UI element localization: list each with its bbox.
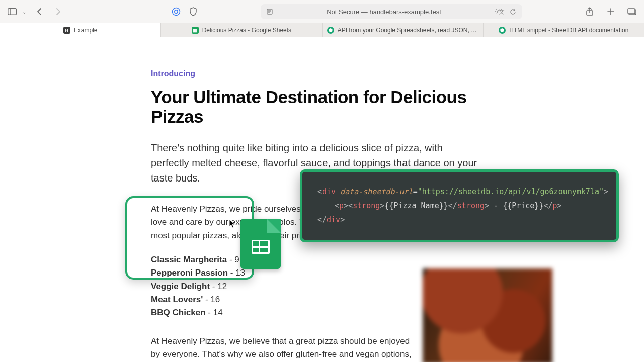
favicon-icon: ⬢ bbox=[327, 27, 334, 34]
privacy-report-icon[interactable] bbox=[170, 6, 182, 18]
pizza-image bbox=[423, 268, 552, 362]
address-text: Not Secure — handlebars-example.test bbox=[278, 8, 490, 16]
code-line: <div data-sheetdb-url="https://sheetdb.i… bbox=[317, 185, 601, 199]
code-line: <p><strong>{{Pizza Name}}</strong> - {{P… bbox=[317, 199, 601, 213]
google-sheets-icon bbox=[240, 219, 281, 269]
share-icon[interactable] bbox=[584, 6, 596, 18]
tab-docs[interactable]: ⬢ HTML snippet - SheetDB API documentati… bbox=[484, 23, 644, 37]
page-viewport[interactable]: Introducing Your Ultimate Destination fo… bbox=[0, 37, 644, 362]
svg-rect-12 bbox=[628, 9, 635, 14]
translate-icon[interactable]: ᴬ⁄文 bbox=[495, 8, 505, 16]
tab-bar: H Example ▦ Delicious Pizzas - Google Sh… bbox=[0, 23, 644, 37]
reload-icon[interactable] bbox=[510, 9, 516, 15]
tab-label: API from your Google Spreadsheets, read … bbox=[338, 27, 478, 34]
sheets-favicon-icon: ▦ bbox=[192, 27, 199, 34]
tab-label: Example bbox=[74, 27, 98, 34]
sidebar-toggle-icon[interactable] bbox=[6, 6, 18, 18]
page-title: Your Ultimate Destination for Delicious … bbox=[151, 87, 503, 126]
svg-point-3 bbox=[175, 10, 178, 13]
tab-label: Delicious Pizzas - Google Sheets bbox=[202, 27, 291, 34]
eyebrow: Introducing bbox=[151, 69, 503, 78]
highlight-box bbox=[125, 196, 254, 280]
back-button[interactable] bbox=[33, 6, 45, 18]
paragraph: At Heavenly Pizzas, we believe that a gr… bbox=[151, 335, 418, 362]
tab-label: HTML snippet - SheetDB API documentation bbox=[509, 27, 628, 34]
favicon-icon: H bbox=[63, 27, 70, 34]
chevron-down-icon[interactable]: ⌄ bbox=[22, 9, 26, 15]
browser-toolbar: ⌄ Not Secure — handlebars-example.test ᴬ… bbox=[0, 0, 644, 23]
tab-example[interactable]: H Example bbox=[0, 23, 161, 37]
tab-sheets[interactable]: ▦ Delicious Pizzas - Google Sheets bbox=[161, 23, 322, 37]
code-line: </div> bbox=[317, 213, 601, 227]
new-tab-icon[interactable] bbox=[605, 6, 617, 18]
shield-icon[interactable] bbox=[187, 6, 199, 18]
svg-point-2 bbox=[173, 8, 180, 16]
tab-overview-icon[interactable] bbox=[626, 6, 638, 18]
forward-button[interactable] bbox=[52, 6, 64, 18]
address-bar[interactable]: Not Secure — handlebars-example.test ᴬ⁄文 bbox=[261, 4, 522, 19]
svg-rect-0 bbox=[8, 9, 17, 15]
tab-api[interactable]: ⬢ API from your Google Spreadsheets, rea… bbox=[323, 23, 484, 37]
favicon-icon: ⬢ bbox=[499, 27, 506, 34]
code-snippet-overlay: <div data-sheetdb-url="https://sheetdb.i… bbox=[300, 169, 619, 242]
reader-icon bbox=[267, 9, 273, 15]
